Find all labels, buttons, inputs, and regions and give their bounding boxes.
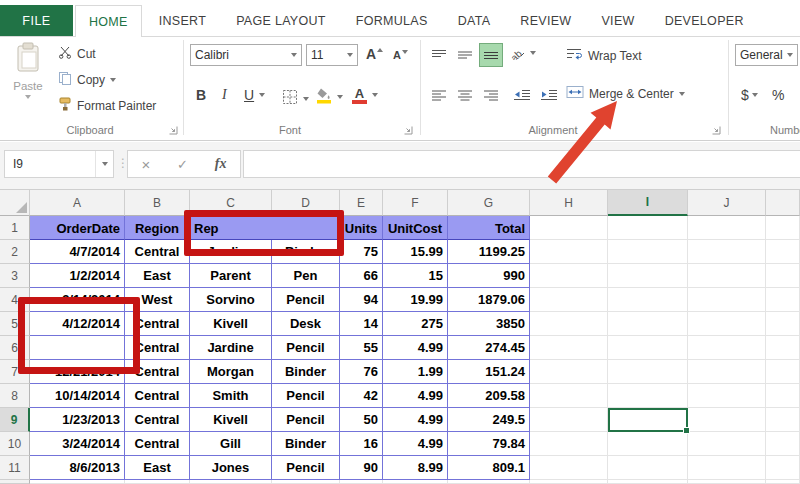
cell-F9[interactable]: 4.99 (383, 408, 448, 432)
cell-D6[interactable]: Pencil (272, 336, 340, 360)
number-format-select[interactable]: General (735, 44, 798, 66)
cell-C7[interactable]: Morgan (190, 360, 272, 384)
cell-A8[interactable]: 10/14/2014 (30, 384, 125, 408)
cell-I11[interactable] (608, 456, 688, 480)
cell-K7[interactable] (766, 360, 800, 384)
tab-review[interactable]: REVIEW (507, 6, 584, 36)
cell-G4[interactable]: 1879.06 (448, 288, 530, 312)
name-box-caret[interactable] (95, 151, 113, 177)
cell-C5[interactable]: Kivell (190, 312, 272, 336)
align-top-button[interactable] (427, 43, 451, 67)
cell-I1[interactable] (608, 216, 688, 240)
font-dialog-launcher[interactable] (403, 125, 413, 135)
cell-K5[interactable] (766, 312, 800, 336)
cell-H3[interactable] (530, 264, 608, 288)
cell-D9[interactable]: Pencil (272, 408, 340, 432)
merge-center-button[interactable]: Merge & Center (566, 85, 685, 102)
cell-A10[interactable]: 3/24/2014 (30, 432, 125, 456)
cell-J6[interactable] (688, 336, 766, 360)
cell-C8[interactable]: Smith (190, 384, 272, 408)
align-left-button[interactable] (427, 83, 451, 107)
row-header-9[interactable]: 9 (0, 408, 30, 432)
copy-button[interactable]: Copy (58, 71, 116, 88)
cell-H9[interactable] (530, 408, 608, 432)
cell-C9[interactable]: Kivell (190, 408, 272, 432)
alignment-dialog-launcher[interactable] (711, 125, 721, 135)
cell-G8[interactable]: 209.58 (448, 384, 530, 408)
cell-I8[interactable] (608, 384, 688, 408)
tab-home[interactable]: HOME (75, 5, 142, 37)
cell-E6[interactable]: 55 (340, 336, 383, 360)
grow-font-button[interactable]: A (366, 46, 383, 62)
cell-C10[interactable]: Gill (190, 432, 272, 456)
paste-button[interactable]: Paste (4, 41, 52, 125)
cell-F10[interactable]: 4.99 (383, 432, 448, 456)
cell-D8[interactable]: Pencil (272, 384, 340, 408)
cell-F7[interactable]: 1.99 (383, 360, 448, 384)
cell-D11[interactable]: Pencil (272, 456, 340, 480)
cell-H4[interactable] (530, 288, 608, 312)
cell-E11[interactable]: 90 (340, 456, 383, 480)
tab-data[interactable]: DATA (445, 6, 504, 36)
cell-D10[interactable]: Binder (272, 432, 340, 456)
cell-K6[interactable] (766, 336, 800, 360)
cell-G10[interactable]: 79.84 (448, 432, 530, 456)
percent-button[interactable]: % (772, 87, 784, 103)
cell-E4[interactable]: 94 (340, 288, 383, 312)
cell-K1[interactable] (766, 216, 800, 240)
cell-A11[interactable]: 8/6/2013 (30, 456, 125, 480)
enter-icon[interactable]: ✓ (177, 157, 188, 172)
column-header-I[interactable]: I (608, 190, 688, 216)
font-color-button[interactable]: A (352, 86, 378, 104)
font-name-select[interactable]: Calibri (190, 44, 302, 66)
column-header-E[interactable]: E (340, 190, 383, 216)
cell-G11[interactable]: 809.1 (448, 456, 530, 480)
tab-formulas[interactable]: FORMULAS (343, 6, 441, 36)
cell-I10[interactable] (608, 432, 688, 456)
cell-I2[interactable] (608, 240, 688, 264)
cell-E9[interactable]: 50 (340, 408, 383, 432)
cell-I3[interactable] (608, 264, 688, 288)
cell-I5[interactable] (608, 312, 688, 336)
cell-K4[interactable] (766, 288, 800, 312)
cell-G6[interactable]: 274.45 (448, 336, 530, 360)
cell-B10[interactable]: Central (125, 432, 190, 456)
cell-I7[interactable] (608, 360, 688, 384)
cell-H2[interactable] (530, 240, 608, 264)
cell-J7[interactable] (688, 360, 766, 384)
cell-J10[interactable] (688, 432, 766, 456)
font-size-select[interactable]: 11 (306, 44, 358, 66)
cell-D4[interactable]: Pencil (272, 288, 340, 312)
cell-G5[interactable]: 3850 (448, 312, 530, 336)
orientation-button[interactable]: ab (509, 45, 536, 60)
cell-A2[interactable]: 4/7/2014 (30, 240, 125, 264)
bold-button[interactable]: B (196, 87, 206, 103)
cell-F11[interactable]: 8.99 (383, 456, 448, 480)
name-box[interactable]: I9 (4, 150, 114, 178)
align-bottom-button[interactable] (479, 43, 503, 67)
cell-K8[interactable] (766, 384, 800, 408)
cell-J4[interactable] (688, 288, 766, 312)
increase-indent-button[interactable] (537, 83, 561, 107)
cell-H5[interactable] (530, 312, 608, 336)
cell-I4[interactable] (608, 288, 688, 312)
cell-C6[interactable]: Jardine (190, 336, 272, 360)
column-header-partial[interactable] (766, 190, 800, 216)
column-header-J[interactable]: J (688, 190, 766, 216)
cell-F4[interactable]: 19.99 (383, 288, 448, 312)
row-header-11[interactable]: 11 (0, 456, 30, 480)
currency-button[interactable]: $ (741, 87, 758, 103)
align-right-button[interactable] (479, 83, 503, 107)
row-header-8[interactable]: 8 (0, 384, 30, 408)
cell-K11[interactable] (766, 456, 800, 480)
align-center-button[interactable] (453, 83, 477, 107)
cell-F1[interactable]: UnitCost (383, 216, 448, 240)
row-header-3[interactable]: 3 (0, 264, 30, 288)
cell-G2[interactable]: 1199.25 (448, 240, 530, 264)
cell-D3[interactable]: Pen (272, 264, 340, 288)
cell-J2[interactable] (688, 240, 766, 264)
cell-F2[interactable]: 15.99 (383, 240, 448, 264)
tab-insert[interactable]: INSERT (146, 6, 219, 36)
column-header-G[interactable]: G (448, 190, 530, 216)
cell-F3[interactable]: 15 (383, 264, 448, 288)
